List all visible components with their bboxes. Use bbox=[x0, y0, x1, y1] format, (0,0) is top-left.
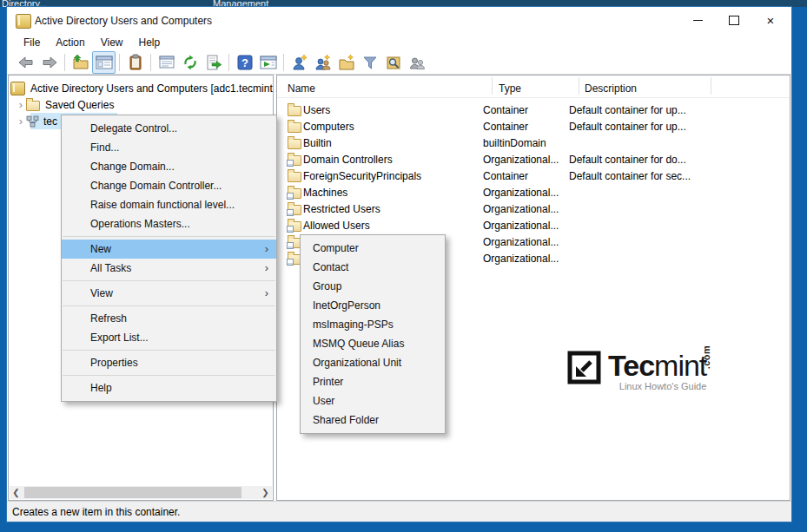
new-user-button[interactable] bbox=[288, 51, 311, 74]
organizational-unit-icon bbox=[288, 205, 301, 215]
menu-item-change-domain-controller[interactable]: Change Domain Controller... bbox=[62, 176, 276, 195]
menu-item-help[interactable]: Help bbox=[62, 378, 276, 397]
refresh-button[interactable] bbox=[178, 51, 202, 74]
submenu-item-computer[interactable]: Computer bbox=[301, 239, 445, 258]
new-organizational-unit-button[interactable] bbox=[334, 51, 358, 74]
tree-root-node[interactable]: Active Directory Users and Computers [ad… bbox=[10, 80, 274, 96]
organizational-unit-icon bbox=[288, 155, 301, 166]
table-row[interactable]: Machines Organizational... bbox=[277, 184, 790, 200]
new-user-icon bbox=[291, 54, 308, 71]
brand-bold: Tec bbox=[608, 349, 654, 382]
find-button[interactable] bbox=[381, 51, 405, 74]
refresh-icon bbox=[182, 54, 199, 71]
row-type: Organizational... bbox=[483, 187, 569, 199]
console-tree-toggle-button[interactable] bbox=[92, 51, 116, 74]
menu-item-delegate-control[interactable]: Delegate Control... bbox=[62, 119, 276, 138]
submenu-item-msmq-queue-alias[interactable]: MSMQ Queue Alias bbox=[301, 334, 445, 353]
minimize-button[interactable] bbox=[679, 9, 716, 31]
menu-item-operations-masters[interactable]: Operations Masters... bbox=[62, 214, 276, 233]
new-group-button[interactable] bbox=[311, 51, 334, 74]
table-row[interactable]: Users Container Default container for up… bbox=[277, 102, 790, 118]
menu-item-raise-domain-functional-level[interactable]: Raise domain functional level... bbox=[62, 195, 276, 214]
console-tree-icon bbox=[96, 54, 113, 71]
scroll-right-arrow-icon[interactable]: ❯ bbox=[259, 486, 272, 499]
submenu-item-user[interactable]: User bbox=[301, 391, 445, 410]
scrollbar-thumb[interactable] bbox=[24, 487, 241, 498]
list-window-button[interactable] bbox=[155, 51, 178, 74]
scrollbar-track[interactable] bbox=[23, 486, 259, 499]
submenu-item-msimaging-psps[interactable]: msImaging-PSPs bbox=[301, 315, 445, 334]
submenu-item-contact[interactable]: Contact bbox=[301, 258, 445, 277]
tree-node-domain[interactable]: › tec bbox=[16, 113, 57, 129]
menu-item-properties[interactable]: Properties bbox=[62, 353, 276, 372]
submenu-item-inetorgperson[interactable]: InetOrgPerson bbox=[301, 296, 445, 315]
column-divider[interactable] bbox=[579, 77, 579, 95]
close-button[interactable]: × bbox=[752, 9, 789, 31]
menu-item-new[interactable]: New› bbox=[62, 240, 276, 259]
toolbar-separator bbox=[283, 54, 284, 71]
expand-chevron-icon[interactable]: › bbox=[16, 115, 26, 128]
filter-button[interactable] bbox=[358, 51, 381, 74]
titlebar[interactable]: Active Directory Users and Computers × bbox=[7, 7, 791, 35]
menu-view[interactable]: View bbox=[93, 35, 131, 50]
export-list-button[interactable] bbox=[202, 51, 225, 74]
help-button[interactable]: ? bbox=[233, 51, 256, 74]
brand-tagline: Linux Howto's Guide bbox=[608, 382, 706, 391]
horizontal-scrollbar[interactable]: ❮ ❯ bbox=[10, 486, 272, 499]
table-row[interactable]: Domain Controllers Organizational... Def… bbox=[277, 151, 790, 167]
row-name: ForeignSecurityPrincipals bbox=[303, 170, 483, 182]
advanced-users-button[interactable] bbox=[405, 51, 428, 74]
menu-item-view[interactable]: View› bbox=[62, 284, 276, 303]
folder-icon bbox=[26, 101, 40, 111]
scroll-left-arrow-icon[interactable]: ❮ bbox=[10, 486, 23, 499]
menu-action[interactable]: Action bbox=[48, 35, 92, 50]
maximize-button[interactable] bbox=[716, 9, 752, 31]
background-window-titlebar: Directory... Management bbox=[0, 0, 807, 7]
menu-item-change-domain[interactable]: Change Domain... bbox=[62, 157, 276, 176]
row-description: Default container for sec... bbox=[569, 170, 790, 182]
column-divider[interactable] bbox=[711, 77, 711, 95]
submenu-item-group[interactable]: Group bbox=[301, 277, 445, 296]
row-name: Builtin bbox=[303, 137, 483, 149]
row-type: Container bbox=[483, 170, 569, 182]
list-window-icon bbox=[158, 54, 175, 71]
column-header-type[interactable]: Type bbox=[499, 82, 585, 95]
clipboard-button[interactable] bbox=[123, 51, 147, 74]
row-type: Organizational... bbox=[483, 203, 569, 215]
row-description: Default container for up... bbox=[569, 121, 790, 133]
toolbar-separator bbox=[228, 54, 229, 71]
table-row[interactable]: Allowed Users Organizational... bbox=[277, 217, 790, 233]
forward-button[interactable] bbox=[37, 51, 61, 74]
filter-icon bbox=[361, 54, 379, 71]
tree-node-label: tec bbox=[43, 115, 57, 128]
table-row[interactable]: Computers Container Default container fo… bbox=[277, 118, 790, 135]
open-parent-folder-button[interactable] bbox=[69, 51, 92, 74]
menu-item-refresh[interactable]: Refresh bbox=[62, 309, 276, 328]
column-header-description[interactable]: Description bbox=[585, 82, 790, 95]
submenu-item-printer[interactable]: Printer bbox=[301, 372, 445, 391]
menu-separator bbox=[63, 375, 275, 376]
back-button[interactable] bbox=[14, 51, 37, 74]
toolbar: ? bbox=[7, 50, 791, 75]
table-row[interactable]: Builtin builtinDomain bbox=[277, 135, 790, 151]
column-divider[interactable] bbox=[492, 77, 493, 95]
console-window-button[interactable] bbox=[256, 51, 280, 74]
table-row[interactable]: ForeignSecurityPrincipals Container Defa… bbox=[277, 167, 790, 184]
tree-node-saved-queries[interactable]: › Saved Queries bbox=[16, 96, 114, 113]
open-parent-folder-icon bbox=[72, 54, 89, 71]
toolbar-separator bbox=[64, 54, 65, 71]
help-icon: ? bbox=[236, 54, 254, 71]
status-text: Creates a new item in this container. bbox=[12, 506, 180, 518]
submenu-item-organizational-unit[interactable]: Organizational Unit bbox=[301, 353, 445, 372]
table-row[interactable]: Restricted Users Organizational... bbox=[277, 200, 790, 217]
window-controls: × bbox=[679, 9, 789, 31]
menu-item-export-list[interactable]: Export List... bbox=[62, 328, 276, 347]
folder-icon bbox=[288, 106, 301, 116]
menu-help[interactable]: Help bbox=[131, 35, 169, 50]
menu-item-find[interactable]: Find... bbox=[62, 138, 276, 157]
expand-chevron-icon[interactable]: › bbox=[16, 98, 26, 111]
menu-item-all-tasks[interactable]: All Tasks› bbox=[62, 259, 276, 278]
submenu-item-shared-folder[interactable]: Shared Folder bbox=[301, 410, 445, 430]
menu-file[interactable]: File bbox=[16, 35, 48, 50]
column-header-name[interactable]: Name bbox=[288, 82, 499, 95]
